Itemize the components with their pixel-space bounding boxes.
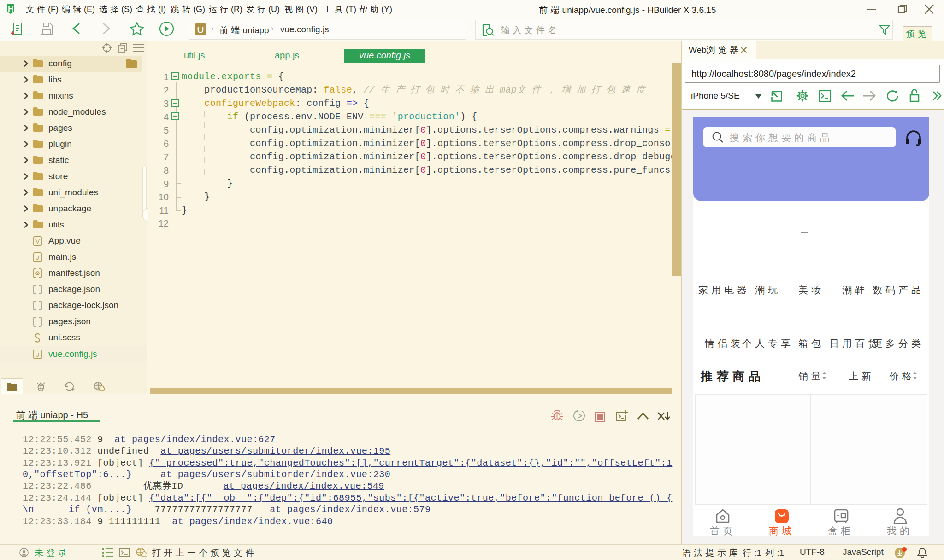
svg-text:J: J bbox=[36, 254, 39, 261]
svg-text:J: J bbox=[36, 351, 39, 358]
svg-text:V: V bbox=[35, 238, 40, 245]
